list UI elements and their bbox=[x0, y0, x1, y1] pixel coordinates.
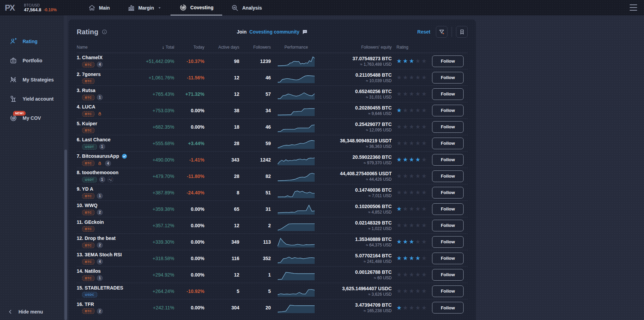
column-header-followers[interactable]: Followers bbox=[239, 45, 271, 50]
star-rating: ★★★★★ bbox=[392, 75, 432, 80]
star-empty-icon: ★ bbox=[415, 272, 420, 278]
follow-button[interactable]: Follow bbox=[432, 302, 464, 313]
total-cell: +294.92% bbox=[136, 272, 174, 278]
column-header-rating[interactable]: Rating bbox=[392, 45, 432, 50]
vertical-scrollbar[interactable] bbox=[64, 15, 68, 320]
today-cell: +3.44% bbox=[174, 141, 204, 146]
followers-equity-cell: 0.21105488 BTC≈ 10,039 USD bbox=[321, 72, 392, 83]
column-header-total[interactable]: ↓Total bbox=[136, 44, 174, 50]
total-cell: +490.00% bbox=[136, 157, 174, 163]
column-header-today[interactable]: Today bbox=[174, 45, 204, 50]
today-cell: -10.37% bbox=[174, 59, 204, 64]
coin-badge-btc: BTC bbox=[82, 62, 94, 67]
coin-badge-btc: BTC bbox=[82, 193, 94, 199]
sidebar-item-portfolio[interactable]: Portfolio bbox=[0, 51, 64, 70]
hide-menu-button[interactable]: Hide menu bbox=[8, 309, 43, 315]
star-empty-icon: ★ bbox=[415, 58, 420, 64]
equity-amount: 5.07702164 BTC bbox=[321, 253, 392, 258]
coin-badge-usdt: USDT bbox=[82, 144, 97, 150]
tab-margin[interactable]: Margin bbox=[119, 0, 171, 15]
tab-main[interactable]: Main bbox=[79, 0, 119, 15]
column-header-active-days[interactable]: Active days bbox=[204, 45, 239, 50]
table-row: 9. YD ABTC1+387.89%-24.40%851 0.14740036… bbox=[77, 184, 468, 201]
active-days-cell: 304 bbox=[204, 305, 239, 310]
column-header-performance[interactable]: Performance bbox=[271, 45, 321, 50]
today-cell: 0.00% bbox=[174, 206, 204, 212]
coin-badge-btc: BTC bbox=[82, 243, 94, 248]
scrollbar-thumb[interactable] bbox=[64, 150, 67, 320]
strategy-name[interactable]: 1. ChamelX bbox=[77, 55, 102, 60]
strategy-badges: BTC bbox=[82, 78, 136, 84]
performance-sparkline bbox=[271, 302, 321, 313]
tab-covesting[interactable]: Covesting bbox=[171, 0, 223, 15]
follow-button[interactable]: Follow bbox=[432, 236, 464, 248]
follow-button[interactable]: Follow bbox=[432, 269, 464, 281]
follow-button[interactable]: Follow bbox=[432, 55, 464, 67]
strategy-name[interactable]: 4. LUCA bbox=[77, 104, 95, 110]
page-title: Rating bbox=[77, 28, 98, 36]
sidebar-item-yield-account[interactable]: Yield account bbox=[0, 89, 64, 108]
followers-cell: 113 bbox=[239, 239, 271, 245]
follow-button[interactable]: Follow bbox=[432, 285, 464, 297]
strategy-name[interactable]: 8. tooothemoooon bbox=[77, 170, 118, 175]
strategy-name[interactable]: 5. Kuiper bbox=[77, 121, 97, 126]
strategy-name[interactable]: 9. YD A bbox=[77, 186, 93, 192]
sidebar-item-rating[interactable]: Rating bbox=[0, 32, 64, 51]
filter-button[interactable] bbox=[436, 26, 447, 38]
followers-equity-cell: 0.00126788 BTC≈ 60 USD bbox=[321, 269, 392, 280]
star-empty-icon: ★ bbox=[409, 107, 414, 113]
strategy-name[interactable]: 11. GEckoin bbox=[77, 219, 104, 225]
active-days-cell: 65 bbox=[204, 206, 239, 212]
app-logo[interactable]: PX bbox=[0, 0, 19, 15]
count-badge: 1 bbox=[97, 275, 103, 281]
info-icon[interactable] bbox=[102, 29, 107, 35]
star-empty-icon: ★ bbox=[403, 206, 408, 212]
column-header-name[interactable]: Name bbox=[77, 45, 136, 50]
follow-button[interactable]: Follow bbox=[432, 187, 464, 199]
covesting-community-link[interactable]: Covesting community bbox=[249, 29, 299, 35]
strategy-name[interactable]: 6. Last Chance bbox=[77, 137, 111, 142]
table-row: 1. ChamelXBTC4+51,442.09%-10.37%981239 3… bbox=[77, 53, 468, 69]
strategy-name[interactable]: 13. 3EMA Stoch RSI bbox=[77, 252, 122, 257]
total-cell: +242.11% bbox=[136, 305, 174, 310]
strategy-name[interactable]: 7. BitcosaurusApp bbox=[77, 153, 119, 159]
star-empty-icon: ★ bbox=[396, 272, 402, 278]
follow-button[interactable]: Follow bbox=[432, 105, 464, 116]
strategy-name[interactable]: 15. STABLETRADES bbox=[77, 285, 123, 291]
follow-button[interactable]: Follow bbox=[432, 253, 464, 264]
followers-equity-cell: 0.14740036 BTC≈ 7,011 USD bbox=[321, 187, 392, 198]
column-header-followers-equity[interactable]: Followers' equity bbox=[321, 45, 392, 50]
followers-equity-cell: 44,408.27540065 USDT≈ 44,426 USD bbox=[321, 171, 392, 182]
follow-button[interactable]: Follow bbox=[432, 88, 464, 100]
strategy-badges: BTC bbox=[82, 111, 136, 117]
reset-button[interactable]: Reset bbox=[417, 29, 430, 35]
star-empty-icon: ★ bbox=[421, 222, 427, 228]
strategy-name[interactable]: 2. 7goners bbox=[77, 72, 101, 77]
equity-usd: ≈ 12,095 USD bbox=[321, 128, 392, 132]
table-row: 6. Last ChanceUSDT1+555.68%+3.44%2859 36… bbox=[77, 135, 468, 152]
total-cell: +682.35% bbox=[136, 124, 174, 130]
follow-button[interactable]: Follow bbox=[432, 72, 464, 84]
strategy-name[interactable]: 3. Rutsa bbox=[77, 88, 95, 93]
follow-button[interactable]: Follow bbox=[432, 121, 464, 133]
follow-button[interactable]: Follow bbox=[432, 154, 464, 166]
follow-button[interactable]: Follow bbox=[432, 138, 464, 149]
sort-desc-icon: ↓ bbox=[162, 44, 164, 50]
sidebar-item-my-cov[interactable]: NEW!My COV bbox=[0, 108, 64, 128]
count-badge: 4 bbox=[105, 161, 111, 166]
follow-button[interactable]: Follow bbox=[432, 170, 464, 182]
follow-button[interactable]: Follow bbox=[432, 203, 464, 215]
strategy-name[interactable]: 10. WWQ bbox=[77, 203, 98, 208]
strategy-name[interactable]: 14. Natilos bbox=[77, 268, 101, 274]
follow-button[interactable]: Follow bbox=[432, 220, 464, 231]
chevron-left-icon bbox=[8, 309, 13, 315]
bookmark-button[interactable] bbox=[456, 26, 468, 38]
strategy-name[interactable]: 12. Drop the beat bbox=[77, 235, 116, 241]
tab-analysis[interactable]: Analysis bbox=[222, 0, 271, 15]
strategy-name[interactable]: 16. TFR bbox=[77, 302, 94, 307]
hamburger-menu-icon[interactable] bbox=[630, 4, 637, 11]
sidebar-item-my-strategies[interactable]: My Strategies bbox=[0, 70, 64, 89]
coin-badge-btc: BTC bbox=[82, 95, 94, 100]
name-cell: 7. BitcosaurusAppBTC4 bbox=[77, 153, 136, 166]
star-rating: ★★★★★ bbox=[392, 255, 432, 261]
